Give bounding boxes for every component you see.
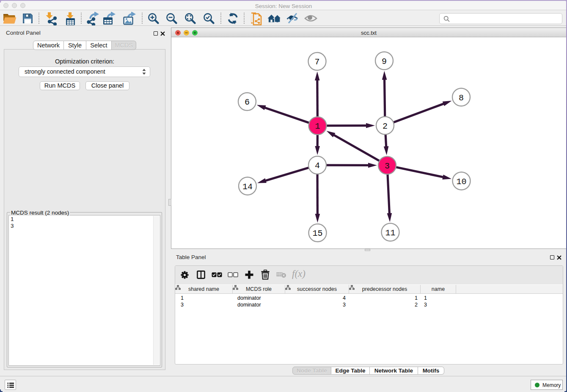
- svg-text:9: 9: [382, 57, 387, 66]
- svg-text:3: 3: [385, 161, 390, 171]
- svg-text:8: 8: [459, 93, 464, 103]
- svg-text:4: 4: [315, 161, 320, 171]
- svg-text:7: 7: [314, 57, 319, 67]
- svg-text:15: 15: [312, 229, 322, 238]
- svg-text:2: 2: [383, 121, 388, 131]
- svg-text:10: 10: [456, 177, 466, 187]
- svg-text:1: 1: [315, 121, 320, 131]
- svg-text:14: 14: [242, 182, 253, 192]
- svg-text:11: 11: [385, 228, 395, 238]
- svg-text:6: 6: [245, 97, 250, 107]
